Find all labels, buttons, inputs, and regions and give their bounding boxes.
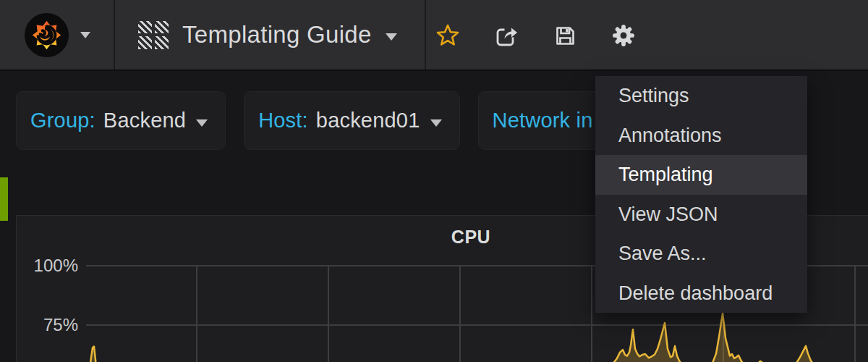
- variable-value: backend01: [316, 109, 420, 132]
- y-axis-tick-label: 100%: [17, 256, 78, 276]
- settings-button[interactable]: [611, 23, 636, 48]
- dashboard-title-button[interactable]: Templating Guide: [114, 0, 426, 70]
- star-button[interactable]: [435, 23, 460, 48]
- grafana-logo-icon: [24, 12, 69, 58]
- page-title: Templating Guide: [182, 21, 372, 49]
- y-axis-tick-label: 75%: [17, 315, 78, 335]
- title-dropdown-caret-icon: [386, 33, 397, 41]
- settings-menu-item[interactable]: Templating: [595, 155, 807, 195]
- settings-menu-item[interactable]: Save As...: [595, 234, 807, 274]
- navbar-actions: [435, 0, 636, 71]
- settings-menu: SettingsAnnotationsTemplatingView JSONSa…: [595, 76, 807, 313]
- variable-label: Host:: [258, 109, 308, 132]
- variable-dropdown[interactable]: Group: Backend: [16, 91, 226, 150]
- variable-value: Backend: [103, 109, 186, 132]
- row-collapse-handle[interactable]: [0, 177, 8, 221]
- grafana-logo-button[interactable]: [0, 0, 114, 70]
- variable-dropdown[interactable]: Host: backend01: [244, 91, 459, 150]
- variable-label: Network in: [493, 109, 593, 132]
- navbar: Templating Guide: [0, 0, 868, 71]
- save-button[interactable]: [553, 23, 577, 48]
- settings-menu-item[interactable]: Settings: [595, 76, 807, 116]
- gear-icon: [611, 23, 636, 48]
- variable-label: Group:: [30, 109, 95, 132]
- settings-menu-item[interactable]: Annotations: [595, 116, 807, 156]
- settings-menu-item[interactable]: Delete dashboard: [595, 274, 807, 313]
- share-button[interactable]: [494, 23, 519, 48]
- dashboard-grid-icon: [138, 21, 169, 49]
- settings-menu-item[interactable]: View JSON: [595, 195, 807, 235]
- variable-caret-icon: [196, 119, 208, 127]
- logo-dropdown-caret-icon: [80, 32, 90, 38]
- share-icon: [494, 23, 519, 48]
- star-icon: [435, 23, 460, 48]
- save-icon: [553, 23, 577, 48]
- variable-caret-icon: [430, 119, 442, 127]
